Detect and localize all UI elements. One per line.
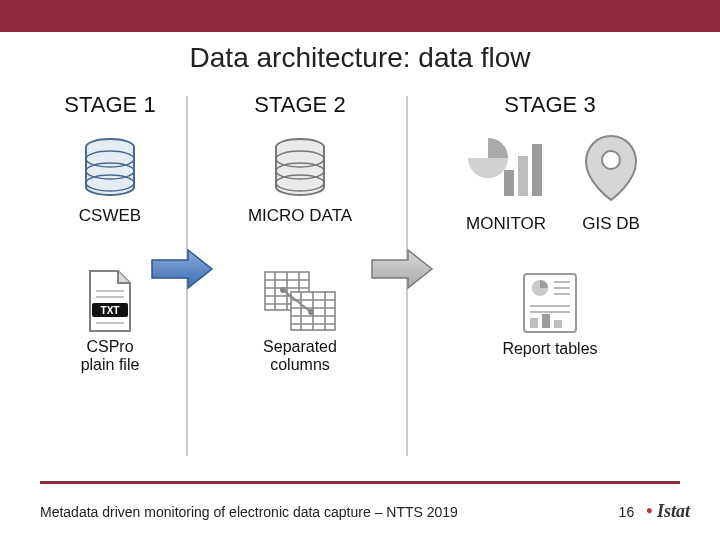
monitor-label: MONITOR — [466, 214, 546, 234]
svg-rect-41 — [530, 318, 538, 328]
svg-point-34 — [602, 151, 620, 169]
stage-2-column: STAGE 2 MICRO DATA — [210, 92, 390, 374]
svg-rect-32 — [518, 156, 528, 196]
cspro-label: CSPro plain file — [81, 338, 140, 374]
txt-badge: TXT — [101, 305, 120, 316]
stage-3-label: STAGE 3 — [504, 92, 595, 118]
footer-rule — [40, 481, 680, 484]
svg-point-29 — [280, 287, 286, 293]
monitor-chart-icon — [460, 134, 552, 204]
map-pin-icon — [582, 134, 640, 204]
report-icon — [520, 268, 580, 338]
stage-1-label: STAGE 1 — [64, 92, 155, 118]
svg-rect-33 — [532, 144, 542, 196]
footer-text: Metadata driven monitoring of electronic… — [40, 504, 458, 520]
page-title: Data architecture: data flow — [0, 32, 720, 92]
svg-rect-43 — [554, 320, 562, 328]
separated-cols-label: Separated columns — [263, 338, 337, 374]
stage-3-column: STAGE 3 MONITOR — [420, 92, 680, 374]
footer: Metadata driven monitoring of electronic… — [40, 501, 690, 522]
gis-label: GIS DB — [582, 214, 640, 234]
svg-point-30 — [308, 309, 314, 315]
arrow-icon — [150, 248, 216, 290]
stage-1-column: STAGE 1 CSWEB TXT CSPro plain file — [40, 92, 180, 374]
report-label: Report tables — [502, 340, 597, 358]
stages-area: STAGE 1 CSWEB TXT CSPro plain file — [0, 92, 720, 374]
svg-rect-31 — [504, 170, 514, 196]
svg-rect-42 — [542, 314, 550, 328]
txt-file-icon: TXT — [84, 266, 136, 336]
microdata-label: MICRO DATA — [248, 206, 352, 226]
arrow-icon — [370, 248, 436, 290]
header-bar — [0, 0, 720, 32]
csweb-label: CSWEB — [79, 206, 141, 226]
tables-icon — [261, 266, 339, 336]
database-icon — [271, 134, 329, 204]
istat-logo: • Istat — [646, 501, 690, 522]
stage-2-label: STAGE 2 — [254, 92, 345, 118]
database-icon — [81, 134, 139, 204]
page-number: 16 — [619, 504, 635, 520]
